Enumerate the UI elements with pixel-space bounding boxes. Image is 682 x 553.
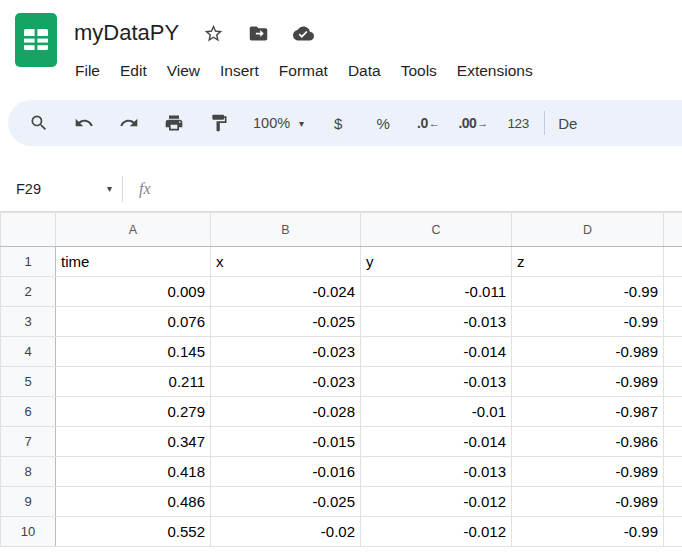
cell[interactable]: -0.023 — [211, 337, 361, 367]
paint-format-button[interactable] — [200, 104, 238, 142]
menu-extensions[interactable]: Extensions — [447, 58, 543, 84]
cell[interactable]: -0.012 — [361, 487, 512, 517]
star-button[interactable] — [203, 23, 224, 44]
cell[interactable]: -0.012 — [361, 517, 512, 547]
menu-data[interactable]: Data — [338, 58, 391, 84]
format-percent-button[interactable]: % — [364, 104, 402, 142]
cell[interactable]: 0.076 — [56, 307, 211, 337]
cell[interactable] — [664, 397, 682, 427]
cell[interactable]: -0.989 — [512, 487, 664, 517]
undo-button[interactable] — [65, 104, 103, 142]
cell[interactable]: -0.99 — [512, 517, 664, 547]
sheets-logo[interactable] — [14, 12, 58, 68]
cell[interactable]: -0.989 — [512, 337, 664, 367]
print-button[interactable] — [155, 104, 193, 142]
row-header[interactable]: 10 — [1, 517, 56, 547]
cell[interactable]: -0.01 — [361, 397, 512, 427]
cell[interactable]: -0.028 — [211, 397, 361, 427]
cell[interactable]: -0.015 — [211, 427, 361, 457]
cell[interactable] — [664, 427, 682, 457]
cell[interactable]: 0.552 — [56, 517, 211, 547]
menu-file[interactable]: File — [74, 58, 110, 84]
name-box[interactable]: F29 ▾ — [0, 181, 122, 197]
decrease-decimal-button[interactable]: .0 ← — [409, 104, 447, 142]
cell[interactable]: x — [211, 247, 361, 277]
row-header[interactable]: 3 — [1, 307, 56, 337]
cell[interactable]: -0.013 — [361, 457, 512, 487]
formula-bar-divider — [122, 176, 123, 202]
cell[interactable]: -0.025 — [211, 307, 361, 337]
cell[interactable] — [664, 277, 682, 307]
cell[interactable] — [664, 517, 682, 547]
zoom-selector[interactable]: 100% ▾ — [245, 104, 312, 142]
cell[interactable]: 0.418 — [56, 457, 211, 487]
move-to-folder-button[interactable] — [248, 23, 269, 44]
cell[interactable]: 0.211 — [56, 367, 211, 397]
cell[interactable] — [664, 307, 682, 337]
cloud-save-status[interactable] — [293, 23, 314, 44]
row-header[interactable]: 2 — [1, 277, 56, 307]
menu-format[interactable]: Format — [269, 58, 338, 84]
cell[interactable] — [664, 337, 682, 367]
cell[interactable]: 0.009 — [56, 277, 211, 307]
redo-button[interactable] — [110, 104, 148, 142]
increase-decimal-button[interactable]: .00 → — [454, 104, 492, 142]
cell[interactable]: -0.987 — [512, 397, 664, 427]
cell[interactable]: -0.011 — [361, 277, 512, 307]
cell[interactable]: -0.02 — [211, 517, 361, 547]
menu-bar: File Edit View Insert Format Data Tools … — [74, 54, 543, 88]
cell[interactable]: -0.99 — [512, 307, 664, 337]
search-menus-button[interactable] — [20, 104, 58, 142]
table-row: 6 0.279 -0.028 -0.01 -0.987 — [1, 397, 682, 427]
google-sheets-app: myDataPY File Edit View Insert Format Da… — [0, 0, 682, 553]
row-header[interactable]: 8 — [1, 457, 56, 487]
select-all-corner[interactable] — [1, 213, 56, 247]
document-title[interactable]: myDataPY — [74, 20, 179, 46]
cell[interactable] — [664, 487, 682, 517]
table-row: 2 0.009 -0.024 -0.011 -0.99 — [1, 277, 682, 307]
cell[interactable]: 0.486 — [56, 487, 211, 517]
cell[interactable]: -0.013 — [361, 367, 512, 397]
cell[interactable]: z — [512, 247, 664, 277]
cell[interactable] — [664, 457, 682, 487]
cell[interactable]: 0.347 — [56, 427, 211, 457]
more-formats-button[interactable]: 123 — [499, 104, 537, 142]
cell[interactable]: -0.024 — [211, 277, 361, 307]
format-currency-button[interactable]: $ — [319, 104, 357, 142]
column-header-c[interactable]: C — [361, 213, 512, 247]
row-header[interactable]: 9 — [1, 487, 56, 517]
cell[interactable]: -0.023 — [211, 367, 361, 397]
app-header: myDataPY File Edit View Insert Format Da… — [0, 0, 682, 96]
cell[interactable]: -0.025 — [211, 487, 361, 517]
cell[interactable] — [664, 367, 682, 397]
cell[interactable]: -0.989 — [512, 457, 664, 487]
cell[interactable]: time — [56, 247, 211, 277]
cell[interactable]: -0.986 — [512, 427, 664, 457]
cell[interactable]: -0.013 — [361, 307, 512, 337]
font-selector[interactable]: De — [552, 115, 577, 132]
menu-edit[interactable]: Edit — [110, 58, 157, 84]
column-header-a[interactable]: A — [56, 213, 211, 247]
cell[interactable]: 0.145 — [56, 337, 211, 367]
row-header[interactable]: 1 — [1, 247, 56, 277]
cell[interactable]: y — [361, 247, 512, 277]
cell[interactable] — [664, 247, 682, 277]
cell[interactable]: -0.99 — [512, 277, 664, 307]
cell[interactable]: -0.016 — [211, 457, 361, 487]
cell[interactable]: -0.014 — [361, 337, 512, 367]
menu-insert[interactable]: Insert — [210, 58, 269, 84]
decrease-decimal-label: .0 — [417, 115, 428, 131]
cell[interactable]: -0.014 — [361, 427, 512, 457]
row-header[interactable]: 7 — [1, 427, 56, 457]
menu-view[interactable]: View — [157, 58, 210, 84]
menu-tools[interactable]: Tools — [391, 58, 447, 84]
cell[interactable]: 0.279 — [56, 397, 211, 427]
column-header-b[interactable]: B — [211, 213, 361, 247]
column-header-d[interactable]: D — [512, 213, 664, 247]
column-header-e[interactable] — [664, 213, 682, 247]
zoom-value: 100% — [253, 115, 290, 131]
row-header[interactable]: 6 — [1, 397, 56, 427]
cell[interactable]: -0.989 — [512, 367, 664, 397]
row-header[interactable]: 5 — [1, 367, 56, 397]
row-header[interactable]: 4 — [1, 337, 56, 367]
